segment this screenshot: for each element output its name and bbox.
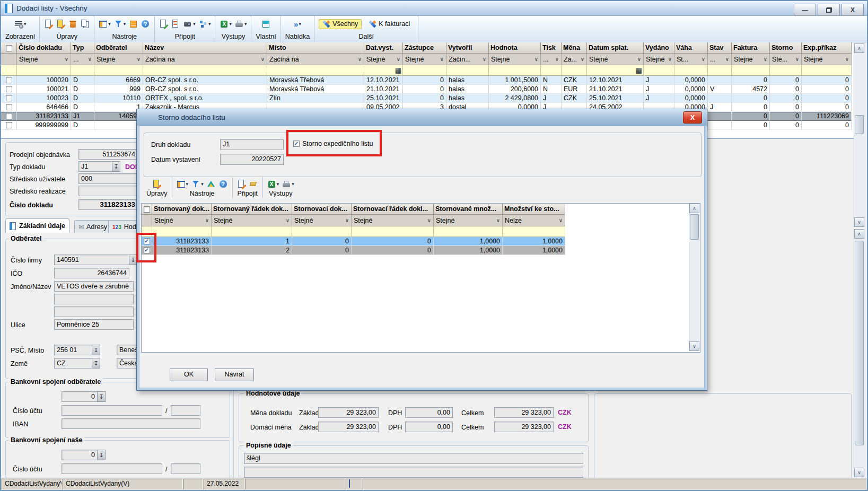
filter-dropdown[interactable]: Stejné∨ [403, 54, 446, 65]
column-header[interactable]: Hodnota [489, 42, 541, 54]
row-checkbox[interactable]: ✓ [144, 238, 150, 244]
calendar-icon[interactable]: ▦ [395, 67, 401, 74]
column-header[interactable]: Vydáno [644, 42, 674, 54]
column-header[interactable]: Název [143, 42, 267, 54]
filter-input[interactable] [267, 65, 364, 76]
scroll-down-button[interactable]: ∨ [854, 468, 864, 477]
table-row[interactable]: ✓3118231332001,00001,0000 [142, 246, 565, 255]
typ-dokladu-spinner[interactable]: ↧ [112, 161, 120, 172]
attach-edit-icon[interactable] [237, 180, 246, 189]
row-checkbox-cell[interactable]: ✓ [142, 237, 152, 246]
prodejni-objednavka-field[interactable]: 511253674 [78, 149, 138, 160]
storno-expedicniho-listu-checkbox[interactable]: ✓ Storno expedičního listu [293, 140, 373, 147]
filter-dropdown[interactable]: Za...∨ [562, 54, 587, 65]
filter-button[interactable]: ▾ [114, 20, 126, 29]
attach-media-button[interactable]: ▾ [183, 20, 196, 29]
edit-record-icon[interactable] [152, 180, 161, 189]
edit-record-icon[interactable] [56, 20, 65, 29]
bank1-index-spinner[interactable]: ↧ [97, 391, 106, 402]
filter-input[interactable] [770, 65, 802, 76]
bank2-kod-field[interactable] [171, 463, 200, 474]
typ-dokladu-field[interactable]: J1 [78, 161, 112, 172]
row-checkbox[interactable] [6, 113, 12, 119]
excel-export-button[interactable]: X▾ [267, 180, 279, 189]
stredisko-uzivatele-field[interactable]: 000 [78, 173, 138, 184]
filter-input[interactable] [446, 65, 489, 76]
filter-input[interactable] [71, 65, 94, 76]
calendar-icon[interactable]: ▦ [636, 67, 642, 74]
column-header[interactable]: Stornovaný řádek dok... [212, 204, 292, 215]
scroll-thumb[interactable] [855, 115, 864, 134]
zeme-field[interactable]: CZ [54, 358, 92, 369]
row-checkbox-cell[interactable] [1, 112, 17, 121]
filter-input[interactable] [143, 65, 267, 76]
close-button[interactable]: X [841, 4, 864, 16]
jmeno-nazev-field-2[interactable] [54, 294, 134, 304]
table-settings-button[interactable]: ▾ [99, 20, 111, 29]
jmeno-nazev-field[interactable]: VETOS dveře a zárubně [54, 281, 134, 292]
row-checkbox-cell[interactable] [1, 121, 17, 130]
filter-input[interactable] [403, 65, 446, 76]
filter-input[interactable] [674, 65, 708, 76]
row-checkbox[interactable] [6, 122, 12, 128]
jmeno-nazev-field-3[interactable] [54, 306, 134, 317]
print-button[interactable]: ▾ [282, 180, 294, 189]
filter-input[interactable] [292, 226, 352, 237]
zeme-spinner[interactable]: ↧ [92, 358, 100, 369]
ico-field[interactable]: 26436744 [54, 268, 129, 278]
psc-field[interactable]: 256 01 [54, 345, 92, 355]
scroll-up-button[interactable]: ∧ [854, 229, 864, 239]
column-header[interactable]: Faktura [732, 42, 770, 54]
filter-dropdown[interactable]: St...∨ [674, 54, 708, 65]
bank2-index-spinner[interactable]: ↧ [97, 450, 106, 460]
popis-field-1[interactable]: šlégl [244, 453, 583, 464]
custom-view-icon[interactable] [261, 20, 270, 29]
filter-input[interactable] [489, 65, 541, 76]
column-header[interactable]: Stornovací řádek dokl... [352, 204, 434, 215]
table-scrollbar[interactable]: ∧ ∨ [854, 43, 865, 227]
bank1-index-field[interactable]: 0 [62, 391, 98, 402]
print-button[interactable]: ▾ [235, 20, 247, 29]
tab-adresy[interactable]: ✉ Adresy [74, 220, 111, 233]
filter-input[interactable] [562, 65, 587, 76]
table-row[interactable]: 100020D6669OR-CZ spol. s r.o.Moravská Tř… [1, 76, 852, 85]
attach-links-button[interactable]: ▾ [199, 20, 211, 29]
filter-dropdown[interactable]: Stejné∨ [292, 215, 352, 226]
filter-dropdown[interactable]: ...∨ [541, 54, 562, 65]
minimize-button[interactable]: — [794, 4, 816, 16]
filter-input[interactable] [708, 65, 732, 76]
column-header[interactable] [1, 42, 17, 54]
cislo-firmy-field[interactable]: 140591 [54, 255, 129, 265]
filter-dropdown[interactable]: Stejné∨ [364, 54, 403, 65]
row-checkbox[interactable] [6, 104, 12, 110]
psc-spinner[interactable]: ↧ [92, 345, 100, 355]
filter-dropdown[interactable]: Začíná na∨ [267, 54, 364, 65]
filter-input[interactable]: ▦ [587, 65, 644, 76]
filter-input[interactable] [541, 65, 562, 76]
column-header[interactable]: Vytvořil [446, 42, 489, 54]
filter-dropdown[interactable]: Stejné∨ [802, 54, 852, 65]
column-header[interactable]: Váha [674, 42, 708, 54]
dialog-close-button[interactable]: X [683, 111, 702, 124]
scroll-down-button[interactable]: ∨ [689, 341, 699, 351]
filter-dropdown[interactable]: Stejné∨ [352, 215, 434, 226]
row-checkbox[interactable] [6, 77, 12, 83]
filter-input[interactable] [802, 65, 852, 76]
excel-export-button[interactable]: X▾ [220, 20, 232, 29]
filter-input[interactable] [434, 226, 503, 237]
filter-input[interactable] [352, 226, 434, 237]
filter-input[interactable] [152, 226, 212, 237]
filter-input[interactable] [94, 65, 143, 76]
column-header[interactable]: Číslo dokladu [17, 42, 71, 54]
navrat-button[interactable]: Návrat [215, 369, 254, 381]
new-record-icon[interactable] [44, 20, 53, 29]
column-header[interactable]: Tisk [541, 42, 562, 54]
column-header[interactable] [142, 204, 152, 215]
row-checkbox-cell[interactable] [1, 85, 17, 94]
filter-k-fakturaci-button[interactable]: K fakturaci [365, 19, 414, 29]
row-checkbox[interactable] [6, 95, 12, 101]
bank2-index-field[interactable]: 0 [62, 450, 98, 460]
row-checkbox[interactable]: ✓ [144, 247, 150, 253]
column-header[interactable]: Stornovací dok... [292, 204, 352, 215]
filter-input[interactable] [212, 226, 292, 237]
